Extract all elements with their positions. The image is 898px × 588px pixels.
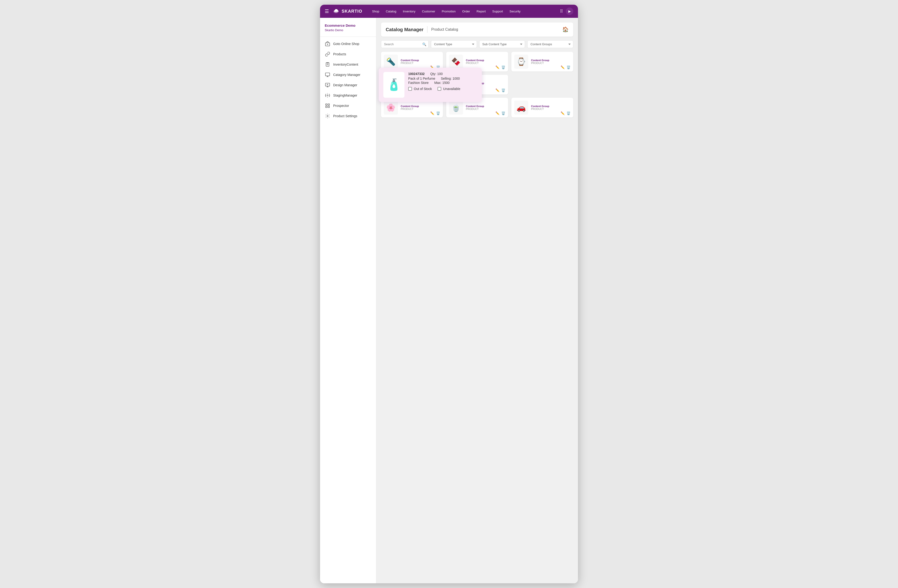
nav-item-catalog[interactable]: Catalog — [383, 8, 399, 15]
sidebar-item-goto-online-shop[interactable]: Goto Online Shop — [320, 39, 376, 49]
product-group-1: Content Group — [401, 59, 440, 61]
delete-icon-6[interactable]: 🗑️ — [436, 111, 440, 115]
product-type-1: PRODUCT — [401, 61, 440, 64]
nav-item-inventory[interactable]: Inventory — [400, 8, 418, 15]
store-icon — [325, 41, 331, 47]
grid-icon[interactable]: ⠿ — [560, 9, 563, 14]
popup-max: Max: 1500 — [434, 81, 449, 84]
logo-text: SKARTIO — [341, 9, 362, 14]
delete-icon-3[interactable]: 🗑️ — [566, 65, 570, 69]
product-type-7: PRODUCT — [466, 107, 505, 111]
product-group-6: Content Group — [401, 105, 440, 107]
sidebar: Ecommerce Demo Skartio Demo Goto Online … — [320, 18, 376, 583]
nav-items: Shop Catalog Inventory Customer Promotio… — [369, 8, 560, 15]
unavailable-check[interactable]: Unavailable — [438, 87, 460, 91]
sidebar-item-products[interactable]: Products — [320, 49, 376, 59]
monitor-icon — [325, 72, 331, 78]
product-info-2: Content Group PRODUCT — [466, 59, 505, 64]
nav-item-shop[interactable]: Shop — [369, 8, 382, 15]
org-sub: Skartio Demo — [325, 28, 371, 32]
edit-icon-8[interactable]: ✏️ — [561, 111, 564, 115]
hamburger-icon[interactable]: ☰ — [325, 8, 329, 14]
product-info-3: Content Group PRODUCT — [531, 59, 570, 64]
sidebar-item-design[interactable]: Design Manager — [320, 80, 376, 90]
delete-icon-5[interactable]: 🗑️ — [501, 88, 505, 92]
prospector-icon — [325, 103, 331, 109]
product-grid: 🧴 100247332 Qty: 100 Pack of 1 Perfume — [381, 52, 573, 117]
product-group-8: Content Group — [531, 105, 570, 107]
clipboard-icon — [325, 61, 331, 67]
top-nav: ☰ SKARTIO Shop Catalog Inventory Custome… — [320, 5, 578, 18]
sidebar-item-inventory[interactable]: InventoryContent — [320, 59, 376, 70]
svg-rect-8 — [326, 73, 330, 76]
edit-icon-7[interactable]: ✏️ — [495, 111, 500, 115]
main-layout: Ecommerce Demo Skartio Demo Goto Online … — [320, 18, 578, 583]
product-popup: 🧴 100247332 Qty: 100 Pack of 1 Perfume — [379, 68, 482, 102]
sidebar-item-product-settings[interactable]: Product Settings — [320, 111, 376, 121]
product-actions-7: ✏️ 🗑️ — [495, 111, 505, 115]
nav-item-promotion[interactable]: Promotion — [439, 8, 458, 15]
product-info-6: Content Group PRODUCT — [401, 105, 440, 111]
out-of-stock-check[interactable]: Out of Stock — [408, 87, 432, 91]
page-divider — [427, 26, 427, 33]
svg-rect-14 — [328, 104, 329, 105]
content-type-select[interactable]: Content Type — [431, 40, 477, 48]
popup-card-inner: 🧴 100247332 Qty: 100 Pack of 1 Perfume — [379, 68, 482, 102]
delete-icon-7[interactable]: 🗑️ — [501, 111, 505, 115]
edit-icon-3[interactable]: ✏️ — [561, 65, 564, 69]
popup-checks: Out of Stock Unavailable — [408, 87, 477, 91]
edit-icon-6[interactable]: ✏️ — [430, 111, 434, 115]
sidebar-item-products-label: Products — [333, 52, 346, 56]
edit-icon-5[interactable]: ✏️ — [495, 88, 500, 92]
product-info-1: Content Group PRODUCT — [401, 59, 440, 64]
search-icon[interactable]: 🔍 — [422, 42, 426, 46]
popup-store: Fashion Store — [408, 81, 429, 84]
popup-qty: Qty: 100 — [430, 72, 443, 76]
nav-item-security[interactable]: Security — [507, 8, 523, 15]
product-actions-2: ✏️ 🗑️ — [495, 65, 505, 69]
out-of-stock-checkbox[interactable] — [408, 87, 412, 91]
page-header: Catalog Manager Product Catalog 🏠 — [381, 23, 573, 37]
filter-bar: 🔍 Content Type Sub Content Type Content … — [381, 40, 573, 48]
nav-right: ⠿ ▶ — [560, 8, 573, 15]
popup-product-name: Pack of 1 Perfume — [408, 77, 435, 80]
popup-row1: 100247332 Qty: 100 — [408, 72, 477, 76]
nav-item-report[interactable]: Report — [474, 8, 489, 15]
sidebar-item-category[interactable]: Catagory Manager — [320, 70, 376, 80]
product-image-6: 🌸 — [384, 101, 398, 115]
sub-content-type-select[interactable]: Sub Content Type — [479, 40, 525, 48]
nav-item-support[interactable]: Support — [490, 8, 506, 15]
nav-logo: SKARTIO — [332, 8, 362, 15]
gear-icon — [325, 113, 331, 119]
nav-item-customer[interactable]: Customer — [419, 8, 438, 15]
sidebar-item-prospector[interactable]: Prospector — [320, 101, 376, 111]
product-info-7: Content Group PRODUCT — [466, 105, 505, 111]
nav-item-order[interactable]: Order — [459, 8, 473, 15]
search-input[interactable] — [381, 40, 429, 48]
unavailable-checkbox[interactable] — [438, 87, 441, 91]
sidebar-item-design-label: Design Manager — [333, 83, 357, 87]
sidebar-item-staging[interactable]: StagingManager — [320, 90, 376, 101]
sidebar-divider — [320, 37, 376, 37]
search-wrap: 🔍 — [381, 40, 429, 48]
home-icon[interactable]: 🏠 — [562, 26, 569, 32]
popup-selling: Selling: 1000 — [441, 77, 460, 80]
design-icon — [325, 82, 331, 88]
product-group-3: Content Group — [531, 59, 570, 61]
play-button[interactable]: ▶ — [566, 8, 573, 15]
popup-details: 100247332 Qty: 100 Pack of 1 Perfume Sel… — [408, 72, 477, 91]
product-actions-3: ✏️ 🗑️ — [561, 65, 570, 69]
product-type-6: PRODUCT — [401, 107, 440, 111]
app-window: ☰ SKARTIO Shop Catalog Inventory Custome… — [320, 5, 578, 583]
popup-product-image: 🧴 — [383, 72, 404, 98]
delete-icon-2[interactable]: 🗑️ — [501, 65, 505, 69]
delete-icon-8[interactable]: 🗑️ — [566, 111, 570, 115]
product-group-2: Content Group — [466, 59, 505, 61]
content-groups-select[interactable]: Content Groups — [527, 40, 573, 48]
product-image-2: 🍫 — [449, 55, 463, 69]
sidebar-org: Ecommerce Demo Skartio Demo — [320, 23, 376, 37]
product-actions-5: ✏️ 🗑️ — [495, 88, 505, 92]
edit-icon-2[interactable]: ✏️ — [495, 65, 500, 69]
staging-icon — [325, 92, 331, 98]
svg-point-17 — [327, 115, 328, 117]
